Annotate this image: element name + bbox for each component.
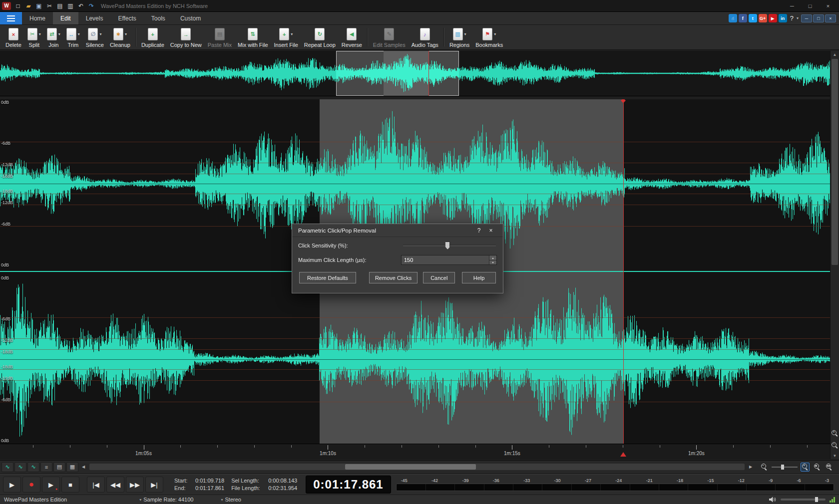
dropdown-caret-icon[interactable]: ▾ <box>464 32 466 36</box>
tab-home[interactable]: Home <box>22 12 53 24</box>
close-button[interactable]: × <box>819 0 837 11</box>
horizontal-scroll-track[interactable] <box>89 464 745 470</box>
zoom-selection-button[interactable] <box>813 463 822 472</box>
list-view-tool-icon[interactable]: ▤ <box>53 462 65 472</box>
slider-thumb[interactable] <box>445 242 450 250</box>
levels-meter-icon[interactable] <box>830 497 835 503</box>
dropdown-caret-icon[interactable]: ▾ <box>58 32 60 36</box>
dropdown-caret-icon[interactable]: ▾ <box>125 32 127 36</box>
sample-rate-selector[interactable]: ▾ Sample Rate: 44100 <box>139 497 193 503</box>
tab-custom[interactable]: Custom <box>173 12 208 24</box>
dialog-close-button[interactable]: × <box>485 227 497 234</box>
marker-tool-icon[interactable]: ≡ <box>40 462 52 472</box>
scroll-right-icon[interactable]: ▶ <box>747 464 755 471</box>
snap-tool-icon[interactable]: ▦ <box>66 462 78 472</box>
vertical-scrollbar[interactable]: ▲ + − ▼ <box>830 51 839 459</box>
cleanup-button[interactable]: ∗▾Cleanup <box>107 26 133 48</box>
ribbon-restore-button[interactable]: □ <box>813 14 824 22</box>
tab-tools[interactable]: Tools <box>144 12 173 24</box>
volume-slider-thumb[interactable] <box>815 497 818 502</box>
timeline-ruler[interactable]: 1m:05s1m:10s1m:15s1m:20s <box>0 444 830 459</box>
paste-wave-tool-icon[interactable]: ∿ <box>27 462 39 472</box>
dropdown-caret-icon[interactable]: ▾ <box>291 32 293 36</box>
tab-effects[interactable]: Effects <box>110 12 143 24</box>
audio-tags-button[interactable]: ♪Audio Tags <box>409 26 441 48</box>
facebook-icon[interactable]: f <box>739 14 747 22</box>
dialog-titlebar[interactable]: Parametric Click/Pop Removal ? × <box>292 224 503 237</box>
play-selection-button[interactable]: ▶● <box>42 477 60 493</box>
stop-button[interactable]: ■ <box>61 477 79 493</box>
googleplus-icon[interactable]: G+ <box>759 14 767 22</box>
zoom-slider[interactable] <box>772 464 798 471</box>
channels-selector[interactable]: ▾ Stereo <box>221 497 241 503</box>
insert-file-button[interactable]: +▾Insert File <box>271 26 301 48</box>
maximize-button[interactable]: □ <box>801 0 819 11</box>
tab-levels[interactable]: Levels <box>78 12 111 24</box>
trim-button[interactable]: ↔▾Trim <box>63 26 83 48</box>
redo-icon[interactable]: ↷ <box>86 1 96 10</box>
copy-to-new-button[interactable]: →Copy to New <box>167 26 205 48</box>
help-button[interactable]: Help <box>462 272 496 283</box>
regions-button[interactable]: ▥▾Regions <box>446 26 472 48</box>
undo-icon[interactable]: ↶ <box>76 1 86 10</box>
twitter-icon[interactable]: t <box>749 14 757 22</box>
minimize-button[interactable]: ─ <box>783 0 801 11</box>
bookmarks-button[interactable]: ⚑▾Bookmarks <box>472 26 506 48</box>
cursor-marker-bottom[interactable] <box>620 452 626 457</box>
fast-forward-button[interactable]: ▶▶ <box>126 477 144 493</box>
split-button[interactable]: ✂▾Split <box>24 26 44 48</box>
main-menu-button[interactable] <box>0 12 22 24</box>
join-button[interactable]: ⇄▾Join <box>44 26 63 48</box>
cut-icon[interactable]: ✂ <box>44 1 54 10</box>
repeat-loop-button[interactable]: ↻Repeat Loop <box>301 26 339 48</box>
silence-button[interactable]: ∅▾Silence <box>83 26 107 48</box>
horizontal-scroll-thumb[interactable] <box>345 464 476 470</box>
click-sensitivity-slider[interactable] <box>403 241 496 250</box>
overview-waveform-canvas[interactable] <box>0 51 830 96</box>
go-to-start-button[interactable]: |◀ <box>87 477 105 493</box>
ribbon-close-button[interactable]: × <box>825 14 836 22</box>
zoom-out-button[interactable]: − <box>760 463 769 472</box>
dropdown-caret-icon[interactable]: ▾ <box>99 32 101 36</box>
ribbon-minimize-button[interactable]: ─ <box>801 14 812 22</box>
vertical-zoom-in-button[interactable]: + <box>831 429 839 438</box>
scroll-up-icon[interactable]: ▲ <box>831 51 839 58</box>
duplicate-button[interactable]: +Duplicate <box>138 26 167 48</box>
speaker-icon[interactable] <box>769 497 777 503</box>
help-icon[interactable]: ? <box>789 14 795 22</box>
dropdown-caret-icon[interactable]: ▾ <box>39 32 41 36</box>
right-channel[interactable]: 0dB-6dB-12dB-18dB-18dB-12dB-6dB0dB <box>0 275 830 444</box>
zoom-full-button[interactable] <box>825 463 834 472</box>
spin-down-icon[interactable]: ▾ <box>489 260 496 265</box>
open-folder-icon[interactable]: ▰ <box>23 1 33 10</box>
overview-waveform[interactable] <box>0 51 830 96</box>
zoom-slider-thumb[interactable] <box>781 465 784 470</box>
new-file-icon[interactable]: □ <box>13 1 23 10</box>
rewind-button[interactable]: ◀◀ <box>106 477 124 493</box>
delete-button[interactable]: ×Delete <box>2 26 24 48</box>
copy-wave-tool-icon[interactable]: ∿ <box>14 462 26 472</box>
playback-cursor[interactable] <box>623 99 624 444</box>
remove-clicks-button[interactable]: Remove Clicks <box>369 272 418 283</box>
spin-up-icon[interactable]: ▴ <box>489 255 496 260</box>
cut-wave-tool-icon[interactable]: ∿ <box>1 462 13 472</box>
paste-icon[interactable]: ▥ <box>65 1 75 10</box>
vertical-scroll-thumb[interactable] <box>832 59 838 265</box>
help-caret-icon[interactable]: ▾ <box>797 16 799 20</box>
vertical-scroll-track[interactable] <box>831 58 839 426</box>
copy-icon[interactable]: ▤ <box>55 1 65 10</box>
record-button[interactable]: ● <box>22 477 40 493</box>
save-icon[interactable]: ▣ <box>34 1 44 10</box>
vertical-zoom-out-button[interactable]: − <box>831 441 839 450</box>
youtube-icon[interactable]: ▶ <box>769 14 777 22</box>
go-to-end-button[interactable]: ▶| <box>145 477 163 493</box>
dropdown-caret-icon[interactable]: ▾ <box>78 32 80 36</box>
volume-slider[interactable] <box>781 499 826 501</box>
tab-edit[interactable]: Edit <box>53 12 78 24</box>
linkedin-icon[interactable]: in <box>779 14 787 22</box>
restore-defaults-button[interactable]: Restore Defaults <box>299 272 356 283</box>
scroll-down-icon[interactable]: ▼ <box>831 452 839 459</box>
like-icon[interactable]: ☝ <box>729 14 737 22</box>
dialog-help-button[interactable]: ? <box>473 227 485 234</box>
dropdown-caret-icon[interactable]: ▾ <box>494 32 496 36</box>
